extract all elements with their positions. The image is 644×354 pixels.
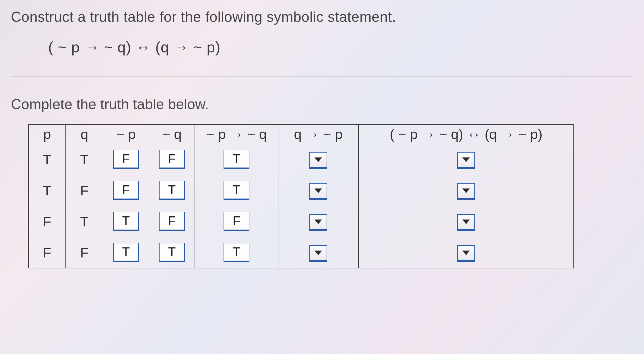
svg-marker-0: [315, 157, 322, 162]
col-header-notp: ~ p: [103, 124, 149, 144]
chevron-down-icon: [462, 187, 470, 194]
cell-imp2: [278, 237, 358, 268]
cell-q: T: [66, 206, 103, 237]
cell-bicond: [358, 144, 574, 175]
cell-notp: T: [103, 237, 149, 268]
cell-p: T: [28, 175, 66, 206]
answer-field-notq[interactable]: F: [159, 150, 185, 169]
svg-marker-6: [315, 251, 322, 255]
table-row: T T F F T: [28, 144, 574, 175]
question-panel: Construct a truth table for the followin…: [0, 0, 644, 268]
answer-field-notp[interactable]: F: [113, 181, 139, 200]
cell-q: F: [66, 175, 103, 206]
table-row: T F F T T: [28, 175, 574, 206]
dropdown-imp2[interactable]: [309, 183, 327, 200]
svg-marker-2: [315, 188, 322, 193]
cell-notp: F: [103, 144, 149, 175]
answer-field-notq[interactable]: T: [159, 243, 185, 262]
dropdown-imp2[interactable]: [309, 245, 327, 262]
answer-field-imp1[interactable]: F: [224, 212, 249, 231]
chevron-down-icon: [314, 156, 323, 163]
cell-notq: T: [149, 237, 195, 268]
chevron-down-icon: [314, 218, 323, 225]
cell-notq: F: [149, 144, 195, 175]
dropdown-imp2[interactable]: [309, 214, 327, 231]
cell-imp1: F: [195, 206, 278, 237]
svg-marker-5: [462, 220, 470, 224]
symbolic-expression: ( ~ p → ~ q) ↔ (q → ~ p): [48, 39, 633, 56]
cell-p: T: [28, 144, 66, 175]
svg-marker-1: [462, 157, 470, 162]
cell-imp2: [278, 144, 358, 175]
chevron-down-icon: [462, 156, 470, 163]
header-row: p q ~ p ~ q ~ p → ~ q q → ~ p ( ~ p → ~ …: [28, 124, 574, 144]
cell-bicond: [358, 237, 574, 268]
chevron-down-icon: [462, 249, 470, 256]
col-header-imp2: q → ~ p: [278, 124, 358, 144]
col-header-notq: ~ q: [149, 124, 195, 144]
cell-notq: T: [149, 175, 195, 206]
cell-imp2: [278, 206, 358, 237]
dropdown-bicond[interactable]: [457, 183, 475, 200]
svg-marker-7: [462, 251, 470, 255]
cell-notq: F: [149, 206, 195, 237]
truth-table-wrapper: p q ~ p ~ q ~ p → ~ q q → ~ p ( ~ p → ~ …: [28, 124, 633, 268]
cell-p: F: [28, 206, 66, 237]
cell-p: F: [28, 237, 66, 268]
cell-q: F: [66, 237, 103, 268]
cell-q: T: [66, 144, 103, 175]
answer-field-notq[interactable]: F: [159, 212, 185, 231]
chevron-down-icon: [314, 249, 323, 256]
answer-field-imp1[interactable]: T: [224, 243, 249, 262]
answer-field-imp1[interactable]: T: [224, 181, 249, 200]
dropdown-imp2[interactable]: [309, 152, 327, 169]
col-header-p: p: [28, 124, 66, 144]
answer-field-imp1[interactable]: T: [224, 150, 249, 169]
chevron-down-icon: [314, 187, 323, 194]
table-row: F T T F F: [28, 206, 574, 237]
answer-field-notp[interactable]: T: [113, 243, 139, 262]
cell-notp: T: [103, 206, 149, 237]
svg-marker-3: [462, 188, 470, 193]
dropdown-bicond[interactable]: [457, 214, 475, 231]
dropdown-bicond[interactable]: [457, 245, 475, 262]
cell-imp1: T: [195, 144, 278, 175]
table-row: F F T T T: [28, 237, 574, 268]
instruction-text: Construct a truth table for the followin…: [11, 9, 633, 25]
col-header-q: q: [66, 124, 103, 144]
cell-bicond: [358, 206, 574, 237]
chevron-down-icon: [462, 218, 470, 225]
cell-bicond: [358, 175, 574, 206]
cell-imp1: T: [195, 175, 278, 206]
answer-field-notp[interactable]: T: [113, 212, 139, 231]
divider: [11, 76, 633, 76]
truth-table: p q ~ p ~ q ~ p → ~ q q → ~ p ( ~ p → ~ …: [28, 124, 574, 268]
cell-imp2: [278, 175, 358, 206]
cell-notp: F: [103, 175, 149, 206]
svg-marker-4: [315, 220, 322, 224]
cell-imp1: T: [195, 237, 278, 268]
answer-field-notq[interactable]: T: [159, 181, 185, 200]
col-header-bicond: ( ~ p → ~ q) ↔ (q → ~ p): [358, 124, 574, 144]
dropdown-bicond[interactable]: [457, 152, 475, 169]
col-header-imp1: ~ p → ~ q: [195, 124, 278, 144]
sub-instruction: Complete the truth table below.: [11, 96, 633, 113]
answer-field-notp[interactable]: F: [113, 150, 139, 169]
